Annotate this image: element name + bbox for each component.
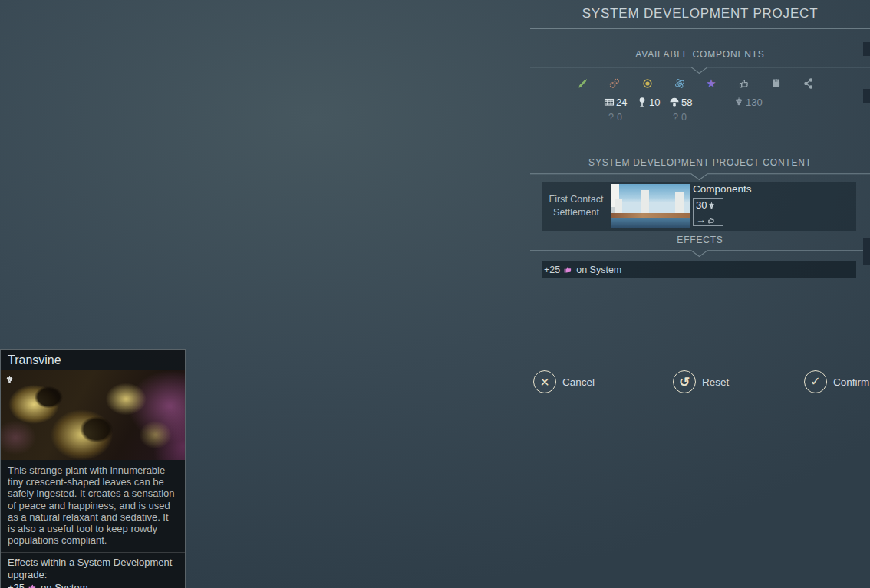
effect-entry: +25 on System [542, 261, 856, 278]
reset-icon: ↺ [673, 370, 696, 393]
tree-icon [637, 97, 648, 107]
approval-icon [707, 216, 716, 225]
tooltip-title: Transvine [1, 350, 185, 370]
unknown-value: 0 [681, 112, 687, 123]
title-divider [530, 28, 870, 29]
stock-value: 10 [649, 97, 660, 108]
arrow-icon: → [696, 215, 706, 225]
stock-value: 130 [746, 97, 763, 108]
resource-icons-row: ★ [530, 77, 870, 91]
tooltip-description: This strange plant with innumerable tiny… [1, 460, 185, 552]
grapes-icon [733, 97, 744, 107]
science-icon [673, 77, 687, 90]
project-content-header: SYSTEM DEVELOPMENT PROJECT CONTENT [530, 157, 870, 168]
stock-grapes: 130 [733, 96, 763, 108]
industry-icon [608, 77, 621, 90]
influence-icon: ★ [704, 77, 718, 90]
stock-value: 58 [681, 97, 692, 108]
section-chevron-divider [530, 173, 870, 181]
effect-target: on System [576, 264, 621, 275]
stock-value: 24 [616, 97, 627, 108]
cancel-button[interactable]: × Cancel [533, 370, 595, 393]
mushroom-icon [669, 97, 680, 107]
unknown-resource: ? 0 [673, 112, 687, 123]
stock-crate: 24 [604, 96, 627, 108]
question-icon: ? [608, 112, 614, 123]
project-item-row[interactable]: First Contact Settlement Components 30 [542, 182, 856, 231]
project-item-name: First Contact Settlement [542, 182, 611, 231]
grapes-icon [5, 374, 15, 388]
unknown-value: 0 [617, 112, 622, 123]
transvine-tooltip: Transvine This strange plant with innume… [0, 349, 186, 588]
effect-amount: +25 [544, 264, 560, 275]
components-label: Components [693, 183, 752, 195]
effects-header: EFFECTS [530, 235, 870, 245]
reset-button[interactable]: ↺ Reset [673, 370, 729, 393]
right-edge-bar [863, 42, 870, 56]
tooltip-effect-entry: +25 on System [1, 580, 185, 588]
trade-icon [802, 77, 816, 90]
unknown-resource: ? 0 [608, 112, 622, 123]
approval-icon [737, 77, 751, 90]
close-icon: × [533, 370, 556, 393]
approval-icon [28, 583, 38, 588]
stock-tree: 10 [637, 96, 660, 108]
effect-target: on System [41, 582, 87, 588]
check-icon: ✓ [804, 370, 827, 393]
section-chevron-divider [530, 67, 870, 74]
grapes-icon [707, 201, 716, 209]
crate-icon [604, 97, 615, 107]
tooltip-effects-heading: Effects within a System Development upgr… [1, 553, 185, 580]
confirm-button[interactable]: ✓ Confirm [804, 370, 869, 393]
stock-mushroom: 58 [669, 96, 692, 108]
section-chevron-divider [530, 250, 870, 258]
question-icon: ? [673, 112, 678, 123]
page-title: SYSTEM DEVELOPMENT PROJECT [530, 6, 870, 21]
system-development-panel: SYSTEM DEVELOPMENT PROJECT AVAILABLE COM… [530, 0, 870, 588]
right-edge-bar [863, 89, 870, 103]
manpower-icon [769, 77, 783, 90]
effect-amount: +25 [8, 582, 25, 588]
available-components-header: AVAILABLE COMPONENTS [530, 49, 870, 60]
component-cost-box: 30 → [693, 198, 723, 226]
approval-icon [563, 264, 573, 274]
transvine-image [1, 370, 185, 460]
food-icon [576, 77, 590, 90]
settlement-image [611, 184, 690, 228]
right-edge-bar [863, 238, 870, 265]
cost-value: 30 [696, 199, 707, 211]
dust-icon [641, 77, 654, 90]
